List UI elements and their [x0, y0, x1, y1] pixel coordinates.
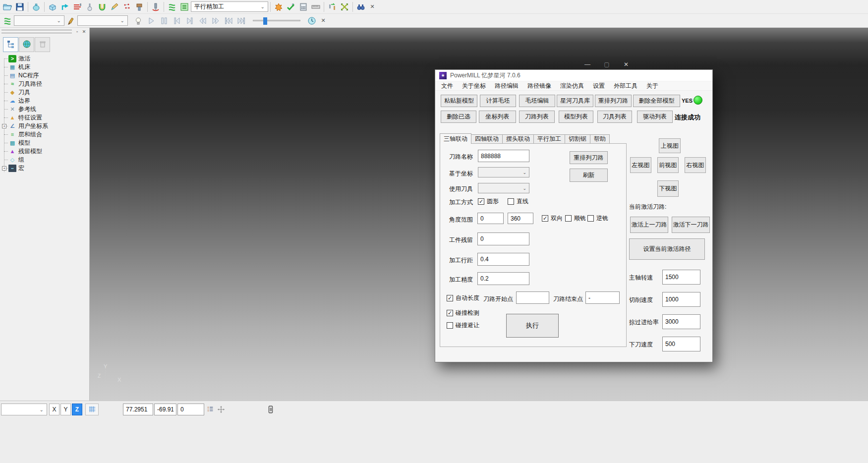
collision-check-checkbox[interactable]: 碰撞检测: [447, 309, 479, 317]
axis-z-button[interactable]: Z: [72, 404, 82, 415]
tab-web-globe[interactable]: [19, 37, 34, 52]
simulation-speed-slider[interactable]: [253, 20, 300, 21]
drill-icon[interactable]: [150, 1, 162, 13]
toolpath-list-button[interactable]: 刀路列表: [519, 111, 555, 123]
workplane-dropdown[interactable]: ⌄: [1, 404, 47, 415]
drive-list-button[interactable]: 驱动列表: [637, 111, 673, 123]
checkbox-box[interactable]: [447, 322, 453, 329]
axis-x-button[interactable]: X: [49, 404, 59, 415]
ruler-icon[interactable]: [310, 1, 322, 13]
tree-item-model[interactable]: ▩模型: [0, 139, 89, 147]
bidirectional-checkbox[interactable]: 双向: [542, 214, 563, 223]
cutting-speed-input[interactable]: [662, 292, 700, 307]
dock-grip[interactable]: [1, 30, 72, 34]
device-icon[interactable]: [266, 405, 276, 414]
tab-help[interactable]: 帮助: [590, 134, 610, 144]
tab-swivel-head[interactable]: 摆头联动: [503, 134, 534, 144]
calc-stock-button[interactable]: 计算毛坯: [480, 95, 516, 107]
toolpath-waves-icon[interactable]: [166, 1, 178, 13]
angle-to-input[interactable]: [508, 213, 533, 224]
tool-holder-icon[interactable]: [133, 1, 145, 13]
toolpath-dropdown[interactable]: ⌄: [14, 15, 64, 26]
activate-next-toolpath-button[interactable]: 激活下一刀路: [672, 217, 710, 233]
set-active-path-button[interactable]: 设置当前激活路径: [629, 238, 705, 260]
play-icon[interactable]: [145, 15, 157, 26]
tool-list-button[interactable]: 刀具列表: [597, 111, 632, 123]
checkbox-box[interactable]: [565, 215, 572, 222]
delete-all-models-button[interactable]: 删除全部模型: [633, 95, 680, 107]
climb-mill-checkbox[interactable]: 顺铣: [565, 214, 586, 223]
coord-list-button[interactable]: 坐标列表: [479, 111, 516, 123]
tree-item-stock-model[interactable]: ▲残留模型: [0, 147, 89, 156]
view-bottom-button[interactable]: 下视图: [657, 180, 679, 197]
pot-icon[interactable]: [30, 1, 42, 13]
maximize-icon[interactable]: ▢: [600, 61, 613, 68]
tree-item-levels[interactable]: ≡层和组合: [0, 130, 89, 139]
tab-3axis[interactable]: 三轴联动: [440, 133, 471, 144]
strategy-list-icon[interactable]: [178, 1, 190, 13]
tree-item-workplane[interactable]: +∠用户坐标系: [0, 122, 89, 130]
tree-item-nc-program[interactable]: ▤NC程序: [0, 71, 89, 80]
stock-edit-button[interactable]: 毛坯编辑: [519, 95, 555, 107]
use-tool-dropdown[interactable]: ⌄: [478, 183, 529, 193]
toolpath-waves-icon[interactable]: [1, 15, 13, 27]
tool-swap-icon[interactable]: [326, 1, 338, 13]
execute-button[interactable]: 执行: [506, 314, 559, 338]
menu-path-mirror[interactable]: 路径镜像: [523, 82, 556, 90]
checkbox-box[interactable]: [447, 310, 453, 316]
view-top-button[interactable]: 上视图: [659, 138, 681, 153]
menu-file[interactable]: 文件: [437, 82, 458, 90]
tab-explorer-tree[interactable]: [3, 37, 18, 52]
verify-check-icon[interactable]: [285, 1, 297, 13]
menu-external-tools[interactable]: 外部工具: [609, 82, 642, 90]
stock-allowance-input[interactable]: [477, 232, 529, 245]
model-list-button[interactable]: 模型列表: [559, 111, 593, 123]
step-back-icon[interactable]: [171, 15, 183, 26]
point-list-icon[interactable]: [205, 405, 215, 414]
grid-toggle-button[interactable]: [85, 404, 99, 415]
pattern-pencil-icon[interactable]: [109, 1, 120, 13]
toolpath-name-input[interactable]: [478, 150, 529, 162]
tool-fire-icon[interactable]: [273, 1, 285, 13]
tree-item-macro[interactable]: +▪▪宏: [0, 164, 89, 173]
axis-y-button[interactable]: Y: [60, 404, 71, 415]
checkbox-box[interactable]: [542, 215, 548, 222]
spindle-speed-input[interactable]: [662, 270, 700, 285]
binoculars-icon[interactable]: [355, 1, 367, 13]
tab-4axis[interactable]: 四轴联动: [471, 134, 503, 144]
menu-coords[interactable]: 关于坐标: [458, 82, 490, 90]
menu-about[interactable]: 关于: [642, 82, 663, 90]
skim-feed-input[interactable]: [662, 314, 700, 329]
coord-z-input[interactable]: [177, 404, 204, 415]
toolbar-close-icon[interactable]: ✕: [367, 2, 377, 12]
view-right-button[interactable]: 右视图: [685, 157, 706, 173]
menu-settings[interactable]: 设置: [588, 82, 609, 90]
mode-line-checkbox[interactable]: 直线: [508, 197, 528, 206]
dialog-titlebar[interactable]: ★ PowerMILL 忆梦星河 7.0.6: [435, 70, 712, 81]
skip-end-icon[interactable]: [235, 15, 247, 26]
slider-knob[interactable]: [263, 17, 267, 25]
angle-from-input[interactable]: [477, 213, 504, 224]
scissors-cross-icon[interactable]: [339, 1, 350, 13]
based-coord-dropdown[interactable]: ⌄: [478, 167, 529, 177]
tolerance-input[interactable]: [477, 272, 529, 285]
tree-item-pattern[interactable]: ✕参考线: [0, 105, 89, 114]
checkbox-box[interactable]: [508, 198, 514, 205]
tab-trash[interactable]: [35, 37, 50, 52]
boundary-icon[interactable]: [96, 1, 108, 13]
rewind-icon[interactable]: [196, 15, 209, 26]
fast-forward-icon[interactable]: [209, 15, 222, 26]
tree-item-feature-set[interactable]: ▲特征设置: [0, 114, 89, 122]
tree-item-group[interactable]: ◇组: [0, 156, 89, 164]
calculator-icon[interactable]: [297, 1, 309, 13]
plunge-speed-input[interactable]: [662, 337, 700, 351]
start-point-input[interactable]: [516, 291, 549, 304]
paste-new-model-button[interactable]: 粘贴新模型: [441, 95, 477, 107]
panel-close-icon[interactable]: ✕: [81, 28, 87, 35]
entity-dropdown[interactable]: ⌄: [77, 15, 128, 26]
brush-icon[interactable]: [65, 15, 77, 27]
points-icon[interactable]: [121, 1, 133, 13]
activate-prev-toolpath-button[interactable]: 激活上一刀路: [630, 217, 668, 233]
mode-circle-checkbox[interactable]: 圆形: [478, 197, 499, 206]
minimize-icon[interactable]: —: [581, 61, 594, 68]
